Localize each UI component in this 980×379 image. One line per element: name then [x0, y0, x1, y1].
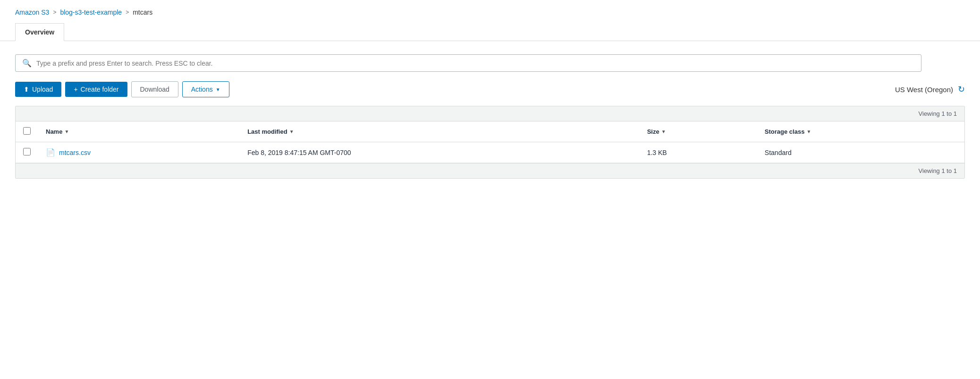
viewing-bottom: Viewing 1 to 1 — [16, 163, 964, 178]
th-name-label: Name — [46, 128, 62, 135]
sort-size-arrow: ▼ — [661, 129, 666, 134]
sort-storage-class[interactable]: Storage class ▼ — [765, 128, 811, 135]
files-table: Name ▼ Last modified ▼ S — [16, 121, 964, 163]
plus-icon: + — [74, 86, 77, 93]
actions-label: Actions — [191, 86, 213, 93]
sort-storage-class-arrow: ▼ — [806, 129, 811, 134]
tabs-bar: Overview — [0, 23, 980, 41]
content-area: 🔍 ⬆ Upload + Create folder Download Acti… — [0, 41, 980, 179]
region-label: US West (Oregon) — [895, 86, 953, 94]
upload-button[interactable]: ⬆ Upload — [15, 82, 61, 97]
sort-size[interactable]: Size ▼ — [647, 128, 666, 135]
toolbar-right: US West (Oregon) ↻ — [895, 84, 965, 95]
row-name-cell: 📄 mtcars.csv — [38, 142, 240, 163]
toolbar: ⬆ Upload + Create folder Download Action… — [15, 81, 965, 97]
refresh-button[interactable]: ↻ — [958, 84, 965, 95]
row-storage-class-cell: Standard — [757, 142, 964, 163]
table-row: 📄 mtcars.csv Feb 8, 2019 8:47:15 AM GMT-… — [16, 142, 964, 163]
breadcrumb-bucket[interactable]: blog-s3-test-example — [60, 9, 122, 16]
create-folder-button[interactable]: + Create folder — [65, 82, 127, 97]
chevron-down-icon: ▼ — [216, 87, 220, 92]
row-size-cell: 1.3 KB — [640, 142, 757, 163]
row-checkbox[interactable] — [23, 148, 31, 155]
row-last-modified-cell: Feb 8, 2019 8:47:15 AM GMT-0700 — [240, 142, 640, 163]
table-header: Name ▼ Last modified ▼ S — [16, 121, 964, 142]
search-icon: 🔍 — [22, 59, 32, 68]
page-wrapper: Amazon S3 > blog-s3-test-example > mtcar… — [0, 0, 980, 379]
create-folder-label: Create folder — [81, 86, 119, 93]
breadcrumb-amazon-s3[interactable]: Amazon S3 — [15, 9, 49, 16]
upload-icon: ⬆ — [24, 86, 29, 93]
viewing-top: Viewing 1 to 1 — [16, 106, 964, 121]
th-last-modified: Last modified ▼ — [240, 121, 640, 142]
breadcrumb-current: mtcars — [133, 9, 152, 16]
th-name: Name ▼ — [38, 121, 240, 142]
files-table-container: Viewing 1 to 1 Name ▼ — [15, 106, 965, 179]
th-size-label: Size — [647, 128, 659, 135]
th-last-modified-label: Last modified — [247, 128, 287, 135]
breadcrumb-sep-2: > — [126, 9, 129, 16]
sort-last-modified[interactable]: Last modified ▼ — [247, 128, 294, 135]
refresh-icon: ↻ — [958, 84, 965, 95]
actions-button[interactable]: Actions ▼ — [182, 81, 229, 97]
file-name-link[interactable]: mtcars.csv — [59, 149, 91, 156]
th-size: Size ▼ — [640, 121, 757, 142]
table-body: 📄 mtcars.csv Feb 8, 2019 8:47:15 AM GMT-… — [16, 142, 964, 163]
download-label: Download — [140, 86, 169, 93]
select-all-checkbox[interactable] — [23, 127, 31, 135]
file-icon: 📄 — [46, 148, 55, 157]
breadcrumb-sep-1: > — [53, 9, 56, 16]
download-button[interactable]: Download — [131, 81, 178, 97]
search-bar: 🔍 — [15, 54, 921, 72]
sort-name[interactable]: Name ▼ — [46, 128, 69, 135]
th-storage-class: Storage class ▼ — [757, 121, 964, 142]
tab-overview[interactable]: Overview — [15, 23, 64, 41]
sort-last-modified-arrow: ▼ — [289, 129, 294, 134]
sort-name-arrow: ▼ — [64, 129, 69, 134]
th-storage-class-label: Storage class — [765, 128, 805, 135]
row-checkbox-cell — [16, 142, 38, 163]
upload-label: Upload — [32, 86, 53, 93]
search-input[interactable] — [36, 60, 914, 67]
breadcrumb: Amazon S3 > blog-s3-test-example > mtcar… — [0, 0, 980, 23]
select-all-header — [16, 121, 38, 142]
